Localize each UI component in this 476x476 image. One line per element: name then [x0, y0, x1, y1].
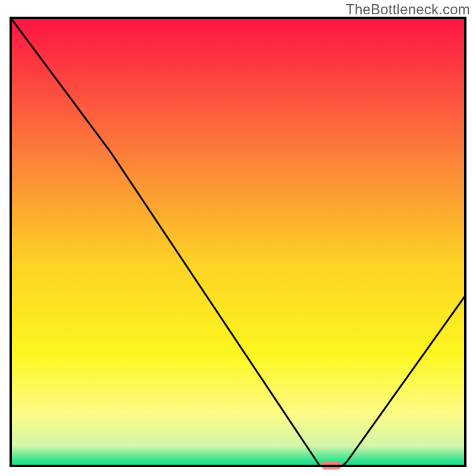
- watermark-text: TheBottleneck.com: [346, 1, 470, 18]
- chart-plot-area: [11, 18, 465, 466]
- bottleneck-chart: [0, 0, 476, 476]
